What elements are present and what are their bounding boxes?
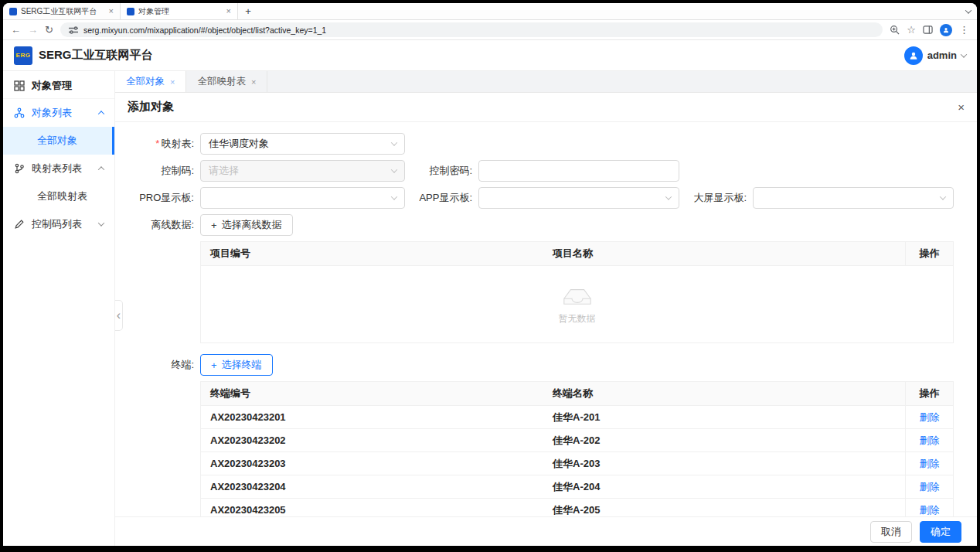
content-tab-bar: 全部对象 × 全部映射表 × — [115, 71, 977, 93]
chevron-down-icon — [940, 193, 946, 199]
panel-title: 添加对象 — [128, 100, 174, 114]
table-row: AX20230423203 佳华A-203 删除 — [201, 452, 953, 475]
delete-link[interactable]: 删除 — [920, 457, 940, 471]
close-tab-icon[interactable]: × — [109, 7, 114, 15]
sidebar-root-object-management[interactable]: 对象管理 — [3, 73, 114, 99]
select-terminal-button[interactable]: + 选择终端 — [200, 354, 273, 376]
column-header: 项目编号 — [201, 242, 543, 265]
form-row-offline: 离线数据: + 选择离线数据 — [131, 214, 961, 236]
browser-menu-icon[interactable]: ⋮ — [959, 25, 969, 35]
zoom-icon[interactable] — [890, 25, 900, 35]
terminal-name: 佳华A-201 — [543, 406, 905, 428]
terminal-label: 终端: — [131, 358, 200, 372]
browser-tab-title: 对象管理 — [138, 6, 223, 17]
close-tab-icon[interactable]: × — [226, 7, 231, 15]
table-row: AX20230423202 佳华A-202 删除 — [201, 429, 953, 452]
pro-board-label: PRO显示板: — [131, 191, 200, 205]
confirm-button[interactable]: 确定 — [920, 521, 961, 543]
sidebar-item-label: 全部对象 — [37, 134, 77, 148]
url-text: serg.mixyun.com/mixapplication/#/object/… — [83, 26, 326, 35]
browser-tab-object-mgmt[interactable]: 对象管理 × — [121, 3, 238, 19]
column-header: 操作 — [905, 242, 953, 265]
chevron-down-icon — [391, 139, 397, 145]
browser-tab-title: SERG工业互联网平台 — [21, 6, 105, 17]
empty-text: 暂无数据 — [559, 312, 596, 325]
url-input[interactable]: serg.mixyun.com/mixapplication/#/object/… — [60, 22, 883, 37]
offline-table-header: 项目编号 项目名称 操作 — [201, 242, 953, 266]
pro-board-select[interactable] — [200, 187, 405, 209]
cancel-button[interactable]: 取消 — [870, 521, 912, 543]
chevron-down-icon — [391, 166, 397, 172]
big-board-label: 大屏显示板: — [679, 191, 753, 205]
app-board-label: APP显示板: — [405, 191, 478, 205]
chevron-up-icon — [98, 111, 104, 117]
user-menu[interactable]: admin — [904, 46, 966, 65]
delete-link[interactable]: 删除 — [920, 411, 940, 424]
sidebar-item-all-mappings[interactable]: 全部映射表 — [3, 182, 114, 210]
content-tab-all-objects[interactable]: 全部对象 × — [115, 71, 186, 92]
mapping-label: *映射表: — [131, 137, 200, 151]
content-tab-all-mappings[interactable]: 全部映射表 × — [186, 71, 267, 92]
content-area: 全部对象 × 全部映射表 × 添加对象 × *映射表: — [115, 71, 977, 546]
table-row: AX20230423205 佳华A-205 删除 — [201, 499, 953, 516]
panel-footer: 取消 确定 — [115, 516, 977, 546]
new-tab-button[interactable]: + — [238, 3, 258, 19]
side-panel-icon[interactable] — [923, 25, 933, 35]
big-board-select[interactable] — [753, 187, 954, 209]
required-mark: * — [155, 138, 159, 149]
back-icon[interactable]: ← — [11, 25, 21, 35]
empty-inbox-icon — [558, 283, 597, 308]
close-icon[interactable]: × — [170, 77, 175, 87]
sidebar-group-object-list[interactable]: 对象列表 — [3, 99, 114, 127]
forward-icon[interactable]: → — [28, 25, 38, 35]
bookmark-star-icon[interactable]: ☆ — [907, 25, 916, 35]
site-info-icon[interactable] — [68, 25, 79, 36]
column-header: 操作 — [905, 382, 953, 405]
delete-link[interactable]: 删除 — [920, 434, 940, 448]
table-row: AX20230423204 佳华A-204 删除 — [201, 475, 953, 499]
sidebar-group-control-code-list[interactable]: 控制码列表 — [3, 210, 114, 238]
offline-label: 离线数据: — [131, 218, 200, 232]
column-header: 终端名称 — [543, 382, 905, 405]
close-icon[interactable]: × — [251, 77, 256, 87]
terminal-code: AX20230423203 — [201, 452, 543, 475]
browser-tab-serg[interactable]: SERG工业互联网平台 × — [3, 3, 121, 19]
sidebar-item-all-objects[interactable]: 全部对象 — [3, 127, 114, 155]
column-header: 终端编号 — [201, 382, 543, 405]
terminal-name: 佳华A-205 — [543, 499, 905, 516]
form-row-boards: PRO显示板: APP显示板: 大屏显示板: — [131, 187, 961, 209]
mapping-select[interactable]: 佳华调度对象 — [200, 133, 405, 155]
terminal-code: AX20230423205 — [201, 499, 543, 516]
cluster-icon — [14, 107, 25, 118]
user-avatar — [904, 46, 923, 65]
browser-profile-avatar[interactable] — [940, 24, 952, 36]
terminal-table-header: 终端编号 终端名称 操作 — [201, 382, 953, 406]
terminal-code: AX20230423204 — [201, 475, 543, 498]
table-row: AX20230423201 佳华A-201 删除 — [201, 406, 953, 429]
terminal-code: AX20230423201 — [201, 406, 543, 428]
panel-close-icon[interactable]: × — [958, 101, 965, 114]
sidebar-root-label: 对象管理 — [32, 79, 72, 93]
content-tab-label: 全部对象 — [126, 75, 165, 88]
add-object-panel: 添加对象 × *映射表: 佳华调度对象 — [115, 93, 977, 546]
delete-link[interactable]: 删除 — [920, 503, 940, 517]
delete-link[interactable]: 删除 — [920, 480, 940, 494]
pen-icon — [14, 219, 25, 230]
branch-icon — [14, 163, 25, 174]
offline-data-table: 项目编号 项目名称 操作 暂无数据 — [200, 241, 954, 343]
form-row-control: 控制码: 请选择 控制密码: — [131, 160, 961, 182]
sidebar: 对象管理 对象列表 全部对象 映射表列表 全部映射表 控制码列表 — [3, 71, 115, 546]
app-board-select[interactable] — [478, 187, 679, 209]
reload-icon[interactable]: ↻ — [45, 25, 53, 35]
sidebar-group-mapping-list[interactable]: 映射表列表 — [3, 155, 114, 182]
tab-search-icon[interactable] — [966, 3, 971, 19]
control-password-input[interactable] — [478, 160, 679, 182]
control-code-placeholder: 请选择 — [209, 164, 239, 178]
sidebar-collapse-handle[interactable]: ‹ — [115, 300, 123, 331]
select-offline-data-button[interactable]: + 选择离线数据 — [200, 214, 293, 236]
address-bar-actions: ☆ ⋮ — [890, 24, 969, 36]
browser-window: SERG工业互联网平台 × 对象管理 × + ← → ↻ serg.mixyun… — [3, 3, 977, 546]
panel-body: *映射表: 佳华调度对象 控制码: 请选择 — [115, 122, 977, 516]
terminal-name: 佳华A-204 — [543, 475, 905, 498]
control-code-select[interactable]: 请选择 — [200, 160, 405, 182]
